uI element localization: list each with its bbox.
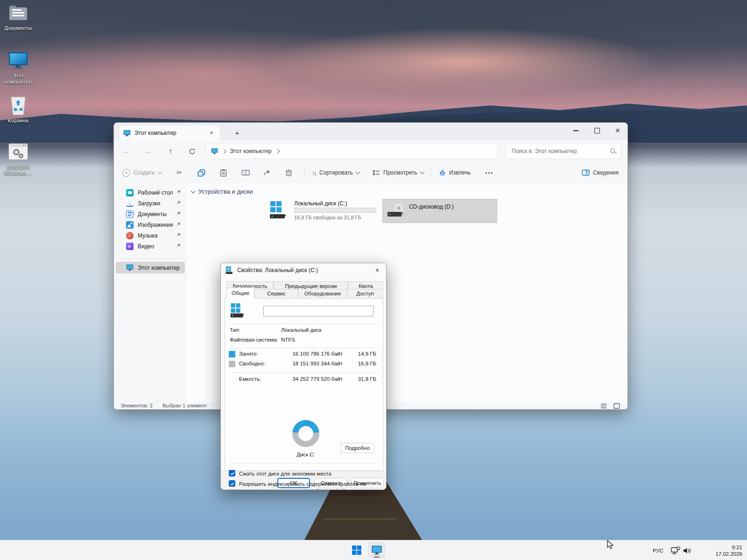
navigation-bar: ← → ↑ Этот компьютер (114, 140, 627, 162)
free-size: 16,9 ГБ (358, 361, 376, 366)
back-icon[interactable]: ← (120, 145, 133, 158)
search-box[interactable] (506, 143, 621, 159)
sidebar-item-music[interactable]: ♪ Музыка (116, 230, 185, 241)
maximize-button[interactable] (586, 123, 608, 139)
desktop-icon-label: activation Windows ... (0, 164, 36, 176)
new-tab-button[interactable]: + (232, 127, 243, 139)
language-indicator[interactable]: РУС (653, 540, 663, 560)
properties-dialog: Свойства: Локальный диск (C:) × Безопасн… (220, 263, 387, 490)
pin-icon (176, 243, 181, 248)
language-label: РУС (653, 548, 663, 553)
refresh-icon[interactable] (185, 145, 198, 158)
tab-sharing[interactable]: Доступ (347, 289, 383, 299)
downloads-icon: ↓ (126, 200, 134, 207)
tab-tools[interactable]: Сервис (254, 289, 298, 299)
index-checkbox-row[interactable]: Разрешить индексировать содержимое файло… (225, 480, 384, 490)
view-button[interactable]: Просмотреть (370, 166, 427, 180)
rename-button[interactable]: A (239, 166, 253, 180)
chevron-down-icon (157, 170, 162, 175)
drive-item-d[interactable]: CD-дисковод (D:) (382, 199, 497, 223)
share-icon (263, 169, 271, 176)
minimize-icon (573, 130, 578, 131)
volume-icon[interactable] (683, 540, 692, 560)
monitor-icon (211, 148, 218, 154)
section-devices-and-drives[interactable]: Устройства и диски (191, 188, 253, 195)
cut-button[interactable]: ✂ (174, 166, 185, 180)
music-icon: ♪ (126, 232, 134, 239)
details-button[interactable]: Подробно (340, 443, 374, 453)
up-icon[interactable]: ↑ (164, 145, 177, 158)
tab-general[interactable]: Общие (226, 287, 254, 299)
copy-button[interactable] (195, 166, 208, 180)
checkbox-checked-icon[interactable] (229, 480, 235, 487)
large-icons-view-icon[interactable] (613, 403, 620, 409)
chevron-right-icon (222, 149, 226, 154)
sidebar-item-desktop[interactable]: Рабочий стол (116, 187, 185, 198)
more-button[interactable] (483, 166, 495, 180)
search-input[interactable] (511, 147, 610, 155)
paste-button[interactable] (217, 166, 230, 180)
app-window-gears-icon (8, 142, 28, 162)
pin-icon (176, 189, 181, 195)
tab-hardware[interactable]: Оборудование (298, 289, 347, 299)
address-bar[interactable]: Этот компьютер (206, 143, 498, 159)
sidebar-item-videos[interactable]: ▶ Видео (116, 241, 185, 252)
sidebar-item-pictures[interactable]: Изображения (116, 219, 185, 230)
forward-icon[interactable]: → (142, 145, 155, 158)
pin-icon (176, 232, 181, 238)
sidebar-item-documents[interactable]: Документы (116, 209, 185, 219)
volume-label-input[interactable] (263, 306, 374, 316)
selection-count: Выбран 1 элемент (162, 403, 207, 408)
taskbar-explorer-button[interactable] (368, 542, 385, 558)
dialog-close-button[interactable]: × (370, 265, 384, 275)
breadcrumb-this-pc[interactable]: Этот компьютер (230, 148, 272, 154)
sidebar-item-downloads[interactable]: ↓ Загрузки (116, 198, 185, 209)
sidebar-item-this-pc[interactable]: Этот компьютер (116, 262, 185, 273)
used-bytes: 16 100 786 176 байт (292, 351, 343, 357)
tab-this-pc[interactable]: Этот компьютер × (120, 126, 219, 140)
rename-icon: A (241, 169, 250, 176)
drive-item-c[interactable]: Локальный диск (C:) 16,9 ГБ свободно из … (269, 199, 381, 224)
network-icon[interactable] (671, 540, 680, 560)
divider (230, 463, 378, 463)
new-button[interactable]: + Создать (120, 166, 164, 180)
monitor-icon (123, 130, 131, 137)
close-button[interactable]: × (607, 123, 628, 139)
desktop-icon-activation[interactable]: activation Windows ... (0, 142, 36, 176)
details-pane-button[interactable]: Сведения (579, 166, 621, 180)
desktop-icon-this-pc[interactable]: Этот компьютер (0, 50, 36, 85)
document-icon (126, 210, 134, 218)
clock-time: 9:21 (732, 545, 742, 550)
eject-button[interactable]: Извлечь (436, 166, 473, 180)
share-button[interactable] (261, 166, 274, 180)
sort-icon: ↑↓ (312, 169, 316, 176)
free-color-swatch (229, 361, 235, 367)
checkbox-checked-icon[interactable] (229, 470, 235, 476)
list-view-icon[interactable] (600, 403, 607, 409)
taskbar-clock[interactable]: 9:21 17.02.2026 (696, 540, 742, 560)
sort-button[interactable]: ↑↓ Сортировать (309, 166, 362, 180)
item-count: Элементов: 2 (120, 403, 153, 408)
more-icon (486, 172, 493, 174)
donut-label: Диск C: (280, 452, 331, 457)
index-checkbox-label: Разрешить индексировать содержимое файло… (239, 481, 377, 490)
capacity-donut (292, 420, 319, 447)
desktop-icon-label: Корзина (0, 118, 36, 124)
drive-free-text: 16,9 ГБ свободно из 31,8 ГБ (294, 215, 361, 220)
chevron-down-icon (420, 170, 424, 175)
start-button[interactable] (348, 542, 365, 558)
desktop-icon-recycle-bin[interactable]: Корзина (0, 95, 36, 124)
video-icon: ▶ (126, 243, 134, 250)
minimize-button[interactable] (565, 123, 586, 139)
free-space-row: Свободно: 18 151 993 344 байт 16,9 ГБ (225, 361, 384, 368)
capacity-size: 31,8 ГБ (358, 376, 376, 382)
tab-close-icon[interactable]: × (207, 129, 216, 137)
delete-button[interactable] (282, 166, 295, 180)
sidebar-item-label: Этот компьютер (138, 265, 180, 271)
sidebar-item-label: Изображения (138, 222, 173, 228)
chevron-down-icon (191, 189, 196, 193)
pictures-icon (126, 221, 134, 229)
folder-documents-icon (8, 3, 28, 23)
divider (230, 372, 378, 373)
desktop-icon-documents[interactable]: Документы (0, 3, 36, 31)
